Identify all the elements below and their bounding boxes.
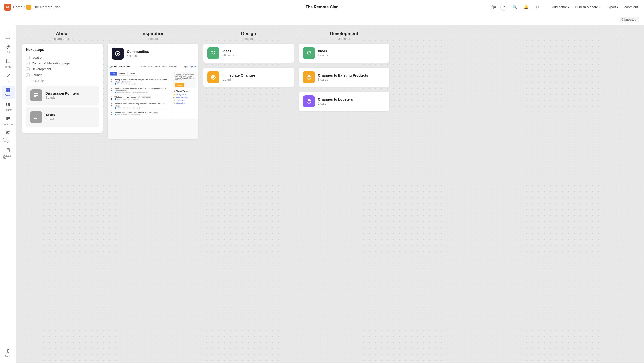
sidebar-item-board-label: Board (5, 94, 11, 97)
project-breadcrumb: The Remote Clan (26, 5, 61, 10)
column-development-header: Development 3 boards (299, 31, 389, 41)
preview-post-1-content: Have you ever noticed? The less you care… (115, 79, 169, 85)
svg-rect-4 (6, 61, 7, 62)
sidebar-item-comment[interactable]: Comment (2, 114, 15, 128)
preview-nav: 🔗 The Remote Clan GuideToolsPodcastStori… (108, 64, 198, 70)
sidebar-item-line[interactable]: Line (2, 71, 15, 85)
sidebar-item-link[interactable]: Link (2, 43, 15, 56)
preview-vote-2: ▲1 (110, 87, 113, 93)
column-inspiration-subtitle: 1 board (108, 37, 198, 41)
sidebar-item-note[interactable]: Note (2, 28, 15, 42)
sidebar-item-column[interactable]: Column (2, 100, 15, 113)
communities-meta: 4 cards (127, 54, 194, 58)
checklist-item-marketing: ✓ Content & Marketing page (26, 60, 99, 66)
sidebar-item-upload-file[interactable]: Upload file (2, 146, 15, 162)
breadcrumb-home[interactable]: Home (13, 5, 22, 9)
due-date: Due 3 Jun (32, 79, 99, 82)
preview-post-1: ▲2 Have you ever noticed? The less you c… (110, 77, 169, 86)
svg-rect-23 (34, 93, 38, 94)
preview-vote-4: ▲1 (110, 103, 113, 109)
svg-rect-10 (6, 88, 8, 90)
design-ideas-card[interactable]: Ideas 18 cards (203, 44, 294, 63)
second-bar: 0 Unsorted (0, 14, 644, 25)
app-logo[interactable]: M (4, 4, 11, 11)
preview-post-3: ▲1 What are your work setups like? Work … (110, 95, 169, 101)
check-launch-icon: ✓ (26, 73, 30, 77)
communities-card[interactable]: Communities 4 cards 🔗 The Remote Clan (108, 44, 198, 139)
svg-rect-24 (34, 95, 38, 96)
sidebar-item-todo-label: To-do (5, 65, 11, 68)
preview-pinned-introductions: 🌱 Introductions (173, 102, 197, 105)
top-bar: M Home / The Remote Clan The Remote Clan… (0, 0, 644, 14)
svg-rect-11 (8, 88, 10, 90)
discussion-pointers-icon (30, 89, 42, 101)
checklist-marketing-label: Content & Marketing page (32, 61, 70, 65)
checklist-item-ideation: ✓ Ideation (26, 55, 99, 60)
canvas[interactable]: About 2 boards, 1 card Next steps ✓ Idea… (16, 25, 644, 363)
changes-lobsters-card[interactable]: Changes to Lobsters 1 card (299, 92, 389, 111)
gear-icon[interactable]: ⚙ (534, 4, 541, 11)
project-icon (26, 5, 31, 10)
about-card-container: Next steps ✓ Ideation ✓ Content & Market… (22, 44, 103, 133)
app-layout: Note Link To-do Line Board (0, 25, 644, 363)
svg-point-28 (117, 53, 119, 55)
sidebar-item-link-label: Link (6, 51, 10, 54)
discussion-pointers-card[interactable]: Discussion Pointers 3 cards (26, 86, 99, 105)
changes-existing-icon (303, 71, 315, 83)
column-development: Development 3 boards Ideas 2 cards (299, 31, 389, 114)
svg-rect-3 (6, 60, 7, 60)
communities-name: Communities (127, 50, 194, 54)
sidebar-item-board[interactable]: Board (2, 86, 15, 99)
immediate-changes-info: Immediate Changes 1 card (222, 73, 290, 81)
export-button[interactable]: Export ▾ (605, 4, 620, 10)
svg-rect-12 (6, 90, 8, 92)
svg-rect-16 (9, 103, 10, 106)
design-ideas-meta: 18 cards (222, 54, 290, 57)
dev-ideas-card[interactable]: Ideas 2 cards (299, 44, 389, 63)
preview-body: Top Newest Search ▲2 Have you ever notic… (108, 70, 198, 119)
design-ideas-name: Ideas (222, 49, 290, 53)
add-editor-button[interactable]: Add editor ▾ (550, 4, 571, 10)
column-icon (6, 102, 10, 108)
column-design-subtitle: 2 boards (203, 37, 294, 41)
preview-vote-3: ▲1 (110, 96, 113, 100)
preview-pinned-getting-started: 🌟 Getting Started (173, 93, 197, 96)
preview-nav-links: GuideToolsPodcastStoriesNewsletter | Log… (141, 66, 196, 68)
sidebar-item-todo[interactable]: To-do (2, 57, 15, 70)
column-inspiration-title: Inspiration (108, 31, 198, 37)
svg-point-29 (212, 51, 215, 54)
design-ideas-icon (207, 47, 219, 59)
changes-existing-card[interactable]: Changes to Existing Products 3 cards (299, 68, 389, 87)
svg-rect-1 (6, 32, 10, 32)
tasks-card[interactable]: Tasks 1 card (26, 107, 99, 127)
sidebar-item-note-label: Note (5, 37, 11, 40)
column-development-title: Development (299, 31, 389, 37)
publish-share-button[interactable]: Publish & share ▾ (573, 4, 602, 10)
board-icon (6, 88, 10, 93)
check-ideation-icon: ✓ (26, 56, 30, 59)
communities-header: Communities 4 cards (108, 44, 198, 64)
zoom-out-button[interactable]: Zoom out (622, 4, 640, 10)
preview-welcome: Welcome! We are helping each other build… (173, 72, 197, 88)
column-inspiration-header: Inspiration 1 board (108, 31, 198, 41)
sidebar: Note Link To-do Line Board (0, 25, 16, 363)
svg-point-31 (307, 51, 310, 54)
svg-rect-18 (6, 118, 10, 119)
immediate-changes-meta: 1 card (222, 78, 290, 81)
svg-line-9 (7, 74, 10, 77)
column-about: About 2 boards, 1 card Next steps ✓ Idea… (22, 31, 103, 133)
svg-rect-0 (6, 31, 10, 31)
search-icon[interactable]: 🔍 (511, 4, 518, 11)
sidebar-item-trash[interactable]: Trash (2, 347, 15, 360)
preview-site: 🔗 The Remote Clan GuideToolsPodcastStori… (108, 64, 198, 119)
immediate-changes-card[interactable]: Immediate Changes 1 card (203, 68, 294, 87)
unsorted-badge: 0 Unsorted (619, 17, 639, 22)
project-name[interactable]: The Remote Clan (33, 5, 61, 9)
changes-lobsters-meta: 1 card (318, 102, 385, 105)
help-icon[interactable]: ? (500, 4, 507, 11)
bell-icon[interactable]: 🔔 (522, 4, 530, 11)
clipboard-icon[interactable]: 📋0 (489, 4, 496, 11)
sidebar-item-add-image[interactable]: Add image (2, 129, 15, 145)
svg-rect-14 (6, 103, 7, 106)
column-design-header: Design 2 boards (203, 31, 294, 41)
